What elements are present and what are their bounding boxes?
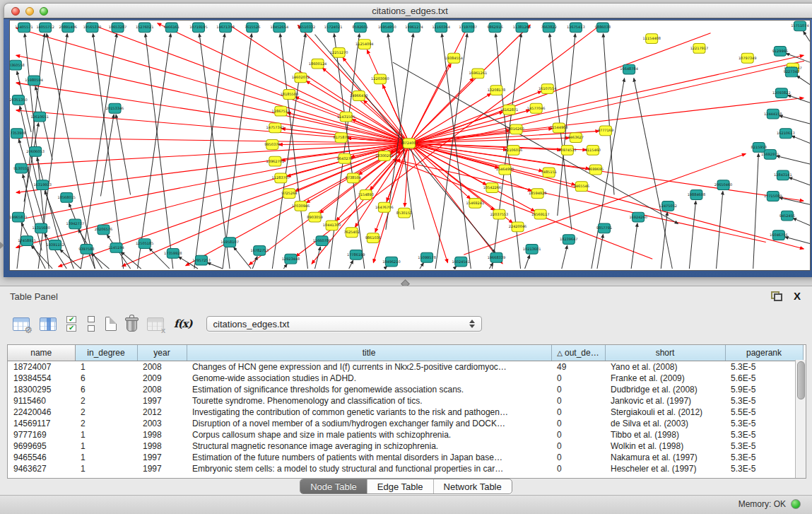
graph-node[interactable]: 7663822 <box>541 23 557 33</box>
graph-node[interactable]: 16046756 <box>770 230 788 240</box>
graph-node[interactable]: 17353908 <box>10 129 26 139</box>
column-header-short[interactable]: short <box>605 345 725 361</box>
graph-node[interactable]: 9738504 <box>346 173 361 183</box>
graph-node[interactable]: 11544908 <box>550 123 568 133</box>
column-header-year[interactable]: year <box>137 345 187 361</box>
table-cell[interactable]: 9777169 <box>8 429 75 440</box>
graph-node[interactable]: 16107554 <box>539 84 557 94</box>
graph-node[interactable]: 17715089 <box>764 192 782 201</box>
graph-node[interactable]: 15099578 <box>418 252 436 262</box>
graph-node[interactable]: 18496210 <box>382 257 401 267</box>
table-cell[interactable]: Jankovic et al. (1997) <box>605 395 725 407</box>
select-column-icon[interactable] <box>40 317 57 331</box>
graph-node[interactable]: 16210613 <box>777 129 795 139</box>
close-panel-icon[interactable]: X <box>794 291 801 301</box>
table-cell[interactable]: 0 <box>551 429 605 440</box>
table-cell[interactable]: Structural magnetic resonance image aver… <box>187 440 551 452</box>
graph-node[interactable]: 9950376 <box>264 140 280 150</box>
graph-node[interactable]: 9452456 <box>779 211 795 221</box>
graph-node[interactable]: 6466161 <box>164 23 180 33</box>
graph-node[interactable]: 9227343 <box>784 67 799 77</box>
graph-node[interactable]: 18568015 <box>58 193 76 203</box>
table-cell[interactable]: Dudbridge et al. (2008) <box>605 384 725 395</box>
graph-node[interactable]: 11154408 <box>642 34 661 44</box>
graph-node[interactable]: 19668339 <box>488 252 506 262</box>
table-cell[interactable]: 1997 <box>137 395 187 407</box>
table-cell[interactable]: 0 <box>551 452 605 463</box>
graph-node[interactable]: 8175879 <box>333 133 348 143</box>
column-header-title[interactable]: title <box>187 345 551 361</box>
table-cell[interactable]: 1 <box>75 361 137 373</box>
graph-node[interactable]: 9857791 <box>596 223 612 233</box>
graph-node[interactable]: 10441300 <box>323 221 341 230</box>
graph-node[interactable]: 19384554 <box>445 53 463 63</box>
graph-node[interactable]: 8215958 <box>751 143 767 153</box>
table-cell[interactable]: Corpus callosum shape and size in male p… <box>187 429 551 440</box>
table-cell[interactable]: 2008 <box>137 384 187 395</box>
column-header-outde[interactable]: △out_de… <box>551 345 605 361</box>
graph-node[interactable]: 10719195 <box>189 23 208 33</box>
table-cell[interactable]: 1997 <box>137 452 187 463</box>
graph-node[interactable]: 9699695 <box>588 165 604 175</box>
table-cell[interactable]: 5.5E-5 <box>725 407 803 418</box>
table-cell[interactable]: Embryonic stem cells: a model to study s… <box>187 463 551 474</box>
column-header-indegree[interactable]: in_degree <box>75 345 137 361</box>
graph-node[interactable]: 9129966 <box>772 46 788 56</box>
table-cell[interactable]: 5.3E-5 <box>725 429 803 440</box>
table-cell[interactable]: Nakamura et al. (1997) <box>605 452 725 463</box>
graph-node[interactable]: 13962701 <box>266 156 285 166</box>
table-cell[interactable]: 6 <box>75 373 137 384</box>
graph-node[interactable]: 12444158 <box>764 109 782 119</box>
column-settings-icon[interactable] <box>13 317 30 331</box>
table-cell[interactable]: 0 <box>551 373 605 384</box>
table-cell[interactable]: 22420046 <box>8 407 75 418</box>
table-cell[interactable]: 49 <box>551 361 605 373</box>
table-cell[interactable]: 18300295 <box>8 384 75 395</box>
graph-node[interactable]: 14671358 <box>216 23 235 33</box>
graph-node[interactable]: 12843141 <box>774 170 792 180</box>
graph-node[interactable]: 11283707 <box>272 173 290 183</box>
graph-node[interactable]: 16954950 <box>378 23 396 33</box>
table-cell[interactable]: 2 <box>75 395 137 407</box>
graph-node[interactable]: 18600124 <box>309 59 327 69</box>
network-window-titlebar[interactable]: citations_edges.txt <box>4 3 812 18</box>
graph-node[interactable]: 16510332 <box>298 23 316 33</box>
table-cell[interactable]: 9463627 <box>8 463 75 474</box>
table-cell[interactable]: 2009 <box>137 373 187 384</box>
graph-node[interactable]: 9643276 <box>337 153 353 163</box>
graph-node[interactable]: 8530153 <box>396 208 412 218</box>
graph-node[interactable]: 15464990 <box>496 165 514 175</box>
table-cell[interactable]: Disruption of a novel member of a sodium… <box>187 418 551 429</box>
table-cell[interactable]: Hescheler et al. (1997) <box>605 463 725 474</box>
graph-node[interactable]: 9130558 <box>13 163 29 173</box>
graph-node[interactable]: 12505185 <box>136 239 154 249</box>
network-canvas[interactable]: 1540557114055712208914061956537010653287… <box>9 20 811 271</box>
graph-node[interactable]: 15724021 <box>324 23 343 33</box>
tab-edge-table[interactable]: Edge Table <box>367 479 434 493</box>
graph-node[interactable]: 9115460 <box>585 146 601 156</box>
table-cell[interactable]: 0 <box>551 418 605 429</box>
table-cell[interactable]: 5.9E-5 <box>725 384 803 395</box>
graph-node[interactable]: 9886038 <box>595 23 611 33</box>
table-cell[interactable]: 9115460 <box>8 395 75 407</box>
graph-node[interactable]: 15980594 <box>25 76 43 86</box>
graph-node[interactable]: 14055712 <box>36 23 54 33</box>
table-cell[interactable]: Genome-wide association studies in ADHD. <box>187 373 551 384</box>
table-cell[interactable]: 19384554 <box>8 373 75 384</box>
graph-node[interactable]: 9862916 <box>487 23 502 33</box>
graph-node[interactable]: 15405571 <box>15 23 33 33</box>
graph-node[interactable]: 16782753 <box>250 245 269 255</box>
table-cell[interactable]: 5.3E-5 <box>725 440 803 452</box>
new-column-icon[interactable] <box>105 317 117 331</box>
table-cell[interactable]: 2008 <box>137 361 187 373</box>
table-cell[interactable]: 5.3E-5 <box>725 361 803 373</box>
graph-node[interactable]: 18452654 <box>271 23 289 33</box>
graph-node[interactable]: 16024541 <box>452 257 470 267</box>
table-cell[interactable]: 5.3E-5 <box>725 395 803 407</box>
graph-node[interactable]: 12160364 <box>432 23 450 33</box>
table-cell[interactable]: Changes of HCN gene expression and I(f) … <box>187 361 551 373</box>
table-scrollbar-thumb[interactable] <box>797 361 805 399</box>
graph-node[interactable]: 7154893 <box>358 190 374 200</box>
graph-node[interactable]: 9465546 <box>574 182 589 192</box>
table-cell[interactable]: 1998 <box>137 429 187 440</box>
